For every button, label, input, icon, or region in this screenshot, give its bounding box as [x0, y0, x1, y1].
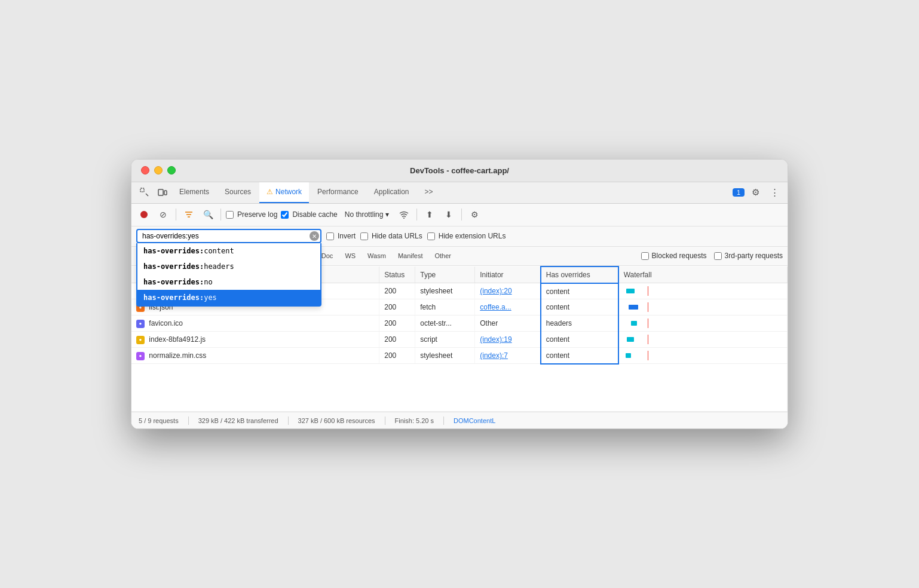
filter-button[interactable]	[181, 207, 197, 222]
type-btn-wasm[interactable]: Wasm	[363, 251, 391, 261]
search-button[interactable]: 🔍	[200, 207, 216, 222]
resources-size: 327 kB / 600 kB resources	[298, 417, 375, 424]
filter-autocomplete: has-overrides:content has-overrides:head…	[136, 243, 321, 307]
file-icon-css2: ●	[136, 352, 145, 360]
table-row[interactable]: ● normalize.min.css 200 stylesheet (inde…	[131, 348, 788, 364]
tab-more[interactable]: >>	[418, 182, 440, 203]
col-header-overrides: Has overrides	[541, 267, 618, 283]
file-icon-ico: ●	[136, 320, 145, 328]
waterfall-bar-3	[631, 321, 637, 326]
cell-type-3: octet-str...	[415, 316, 475, 332]
type-btn-manifest[interactable]: Manifest	[393, 251, 428, 261]
cell-waterfall-1	[618, 283, 788, 299]
settings-gear-icon[interactable]: ⚙	[467, 207, 482, 222]
network-toolbar: ⊘ 🔍 Preserve log Disable cache No thrott…	[131, 204, 788, 226]
waterfall-red-line-4	[648, 335, 648, 344]
cell-waterfall-4	[618, 332, 788, 348]
divider-3	[416, 209, 417, 220]
maximize-button[interactable]	[167, 166, 176, 174]
device-icon[interactable]	[154, 184, 171, 201]
invert-checkbox[interactable]	[326, 232, 334, 240]
warning-icon: ⚠	[266, 188, 273, 196]
tab-sources[interactable]: Sources	[218, 182, 258, 203]
svg-rect-0	[140, 188, 144, 192]
invert-label[interactable]: Invert	[326, 232, 356, 240]
filter-clear-button[interactable]: ✕	[310, 231, 319, 241]
traffic-lights	[141, 166, 176, 174]
col-header-waterfall: Waterfall	[618, 267, 788, 283]
message-badge[interactable]: 1	[733, 188, 745, 197]
waterfall-bar-4	[627, 337, 634, 342]
clear-button[interactable]: ⊘	[155, 207, 171, 222]
table-row[interactable]: ● favicon.ico 200 octet-str... Other hea…	[131, 316, 788, 332]
type-btn-other[interactable]: Other	[430, 251, 456, 261]
initiator-link-4[interactable]: (index):19	[480, 335, 511, 344]
col-header-initiator: Initiator	[475, 267, 541, 283]
throttle-select[interactable]: No throttling ▾	[341, 209, 393, 220]
cell-overrides-1: content	[541, 283, 618, 299]
svg-rect-2	[164, 191, 167, 195]
upload-icon[interactable]: ⬆	[422, 207, 437, 222]
wifi-icon[interactable]	[396, 207, 412, 222]
requests-count: 5 / 9 requests	[139, 417, 179, 424]
waterfall-bar-5	[626, 353, 631, 358]
blocked-filters: Blocked requests 3rd-party requests	[641, 252, 783, 260]
table-row[interactable]: ● index-8bfa4912.js 200 script (index):1…	[131, 332, 788, 348]
titlebar: DevTools - coffee-cart.app/	[131, 160, 788, 182]
disable-cache-checkbox[interactable]	[281, 211, 289, 219]
preserve-log-checkbox[interactable]	[226, 211, 234, 219]
cell-waterfall-2	[618, 299, 788, 316]
svg-point-4	[403, 218, 405, 219]
domcontent-link[interactable]: DOMContentL	[454, 417, 495, 424]
download-icon[interactable]: ⬇	[441, 207, 457, 222]
hide-data-urls-checkbox[interactable]	[360, 232, 368, 240]
divider-2	[220, 209, 221, 220]
cell-status-3: 200	[379, 316, 415, 332]
tab-elements[interactable]: Elements	[172, 182, 216, 203]
more-options-icon[interactable]: ⋮	[766, 184, 783, 201]
inspect-icon[interactable]	[136, 184, 153, 201]
filter-input[interactable]	[136, 229, 321, 243]
initiator-link-2[interactable]: coffee.a...	[480, 303, 511, 311]
tab-right-icons: 1 ⚙ ⋮	[733, 184, 783, 201]
third-party-checkbox[interactable]	[714, 252, 722, 260]
waterfall-red-line-2	[648, 302, 648, 312]
cell-initiator-5: (index):7	[475, 348, 541, 364]
tab-application[interactable]: Application	[367, 182, 416, 203]
settings-icon[interactable]: ⚙	[747, 184, 764, 201]
initiator-link-1[interactable]: (index):20	[480, 287, 511, 295]
cell-initiator-3: Other	[475, 316, 541, 332]
window-title: DevTools - coffee-cart.app/	[410, 166, 509, 175]
tab-performance[interactable]: Performance	[310, 182, 366, 203]
divider-4	[461, 209, 462, 220]
autocomplete-item-content[interactable]: has-overrides:content	[137, 243, 320, 259]
cell-overrides-5: content	[541, 348, 618, 364]
cell-type-1: stylesheet	[415, 283, 475, 299]
disable-cache-label[interactable]: Disable cache	[281, 210, 337, 219]
cell-name-4: ● index-8bfa4912.js	[131, 332, 379, 348]
initiator-link-5[interactable]: (index):7	[480, 351, 508, 360]
third-party-label[interactable]: 3rd-party requests	[714, 252, 783, 260]
close-button[interactable]	[141, 166, 149, 174]
blocked-requests-label[interactable]: Blocked requests	[641, 252, 707, 260]
hide-data-urls-label[interactable]: Hide data URLs	[360, 232, 422, 240]
devtools-window: DevTools - coffee-cart.app/ Elements S	[131, 159, 788, 430]
autocomplete-item-headers[interactable]: has-overrides:headers	[137, 259, 320, 274]
svg-point-3	[140, 211, 148, 218]
autocomplete-item-yes[interactable]: has-overrides:yes	[137, 290, 320, 305]
hide-ext-urls-checkbox[interactable]	[427, 232, 435, 240]
cell-type-5: stylesheet	[415, 348, 475, 364]
tab-network[interactable]: ⚠ Network	[259, 182, 309, 203]
cell-status-1: 200	[379, 283, 415, 299]
minimize-button[interactable]	[154, 166, 163, 174]
tab-bar: Elements Sources ⚠ Network Performance A…	[131, 182, 788, 204]
record-button[interactable]	[136, 207, 152, 222]
blocked-requests-checkbox[interactable]	[641, 252, 649, 260]
waterfall-bar-1	[626, 289, 635, 293]
cell-type-4: script	[415, 332, 475, 348]
autocomplete-item-no[interactable]: has-overrides:no	[137, 274, 320, 290]
type-btn-ws[interactable]: WS	[340, 251, 360, 261]
preserve-log-label[interactable]: Preserve log	[226, 210, 277, 219]
transferred-size: 329 kB / 422 kB transferred	[198, 417, 278, 424]
hide-ext-urls-label[interactable]: Hide extension URLs	[427, 232, 506, 240]
